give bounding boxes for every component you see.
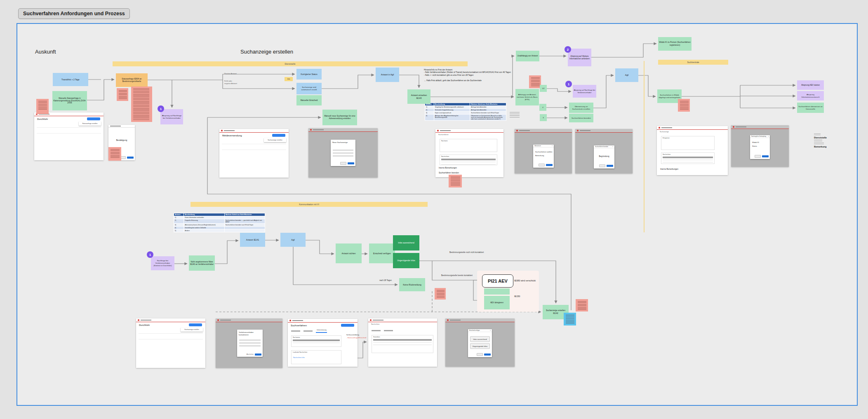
step-number-badge[interactable]: 1 — [147, 251, 153, 258]
sticky-note[interactable]: Suchverfahren beenden — [569, 114, 593, 122]
sticky-note[interactable] — [117, 88, 128, 101]
window-mockup[interactable]: Suchverfahren beenden×Begründung — [575, 129, 633, 173]
sticky-note[interactable]: Antwort einsehen IE143 — [407, 89, 430, 104]
window-mockup[interactable]: Verfahrensinhaber kontaktierenAbschicken — [216, 318, 282, 368]
sticky-note[interactable] — [36, 99, 49, 114]
sticky-note[interactable]: Absprung AEV starten — [797, 80, 824, 90]
text-label[interactable]: Bestimmungsstelle noch nicht kontaktiert — [449, 251, 484, 254]
tab-active[interactable]: Unterstützung — [317, 329, 327, 331]
step-number-badge[interactable]: 1 — [158, 105, 164, 112]
text-label[interactable]: Schlussmeldung — [346, 334, 359, 336]
aev-delegieren-note[interactable]: AEV delegieren — [484, 296, 510, 309]
sticky-note[interactable]: Antwort sichten — [336, 243, 362, 263]
text-label[interactable]: Auskunft — [35, 48, 56, 56]
sticky-note[interactable]: Nicht angekommene Ware IE140 an Verfahre… — [189, 255, 215, 271]
sticky-note[interactable] — [131, 87, 152, 122]
sticky-note[interactable] — [108, 147, 121, 161]
pi21-green-note[interactable] — [484, 288, 510, 295]
section-band[interactable]: Kommunikation mit VI — [191, 202, 428, 207]
sticky-note[interactable] — [449, 175, 462, 187]
whiteboard-canvas[interactable]: Suchverfahren Anfordungen und Prozess — [0, 0, 868, 419]
tab-inactive[interactable] — [303, 330, 313, 332]
cancel-button[interactable] — [539, 164, 545, 167]
nachrichten-info-link[interactable]: Nachrichten Info — [293, 357, 305, 358]
window-mockup[interactable]: DurchfuhrStatusanfrage erstellen — [34, 112, 104, 160]
text-label[interactable]: Bestimmungsstelle bereits kontaktiert — [441, 274, 473, 277]
window-mockup[interactable]: Nachträgliche Verknüpfung×Widok KIStatus — [731, 125, 789, 167]
decision-table[interactable]: AntwortBeschreibungNächster Schritt aus … — [174, 213, 265, 232]
text-label[interactable]: - Statusanfrage/Entscheid — [346, 337, 366, 339]
sticky-note[interactable]: Antwort IE141 — [240, 233, 265, 247]
sticky-note[interactable]: Suchverfahren überweisen an Dienststelle — [797, 103, 824, 113]
primary-button[interactable] — [272, 134, 285, 137]
dialog-mockup[interactable]: Suchverfahren beenden×Begründung — [594, 145, 614, 169]
sticky-note[interactable]: Absprung Informationsaustausch — [797, 91, 824, 101]
window-mockup[interactable]: Entscheid verfügen×Infos ausreichendUnge… — [445, 318, 515, 367]
primary-button[interactable] — [189, 323, 202, 326]
dropdown-menu-item[interactable]: Statusanfrage erstellen — [79, 122, 101, 126]
sticky-note[interactable]: Keine Rückmeldung — [399, 278, 425, 291]
confirm-button[interactable] — [762, 155, 769, 158]
sticky-note[interactable]: Agil — [280, 233, 306, 247]
primary-button[interactable] — [87, 117, 100, 120]
close-icon[interactable]: × — [552, 145, 553, 147]
sticky-note[interactable]: Manueller Entscheid — [296, 95, 322, 105]
confirm-button[interactable] — [607, 165, 613, 167]
window-mockup[interactable]: MeldeversendungSuchanzeige erstellen — [219, 129, 289, 178]
cancel-button[interactable] — [599, 164, 605, 168]
sticky-note[interactable] — [678, 99, 690, 112]
sticky-note[interactable]: Nachfrage bei Verfahrensinhaber (Kontext… — [151, 256, 174, 270]
window-mockup[interactable]: SuchverfahrenNachweisNachrichtenInterne … — [435, 129, 503, 177]
sticky-note[interactable]: Infos ausreichend — [393, 235, 419, 250]
dialog-mockup[interactable]: Entscheid verfügen×Infos ausreichendUnge… — [468, 329, 492, 357]
close-icon[interactable]: × — [612, 146, 613, 147]
window-mockup[interactable]: SuchverfahrenUnterstützungNachweiseLaufe… — [288, 319, 358, 367]
section-band[interactable]: Dienststelle — [113, 61, 468, 66]
sticky-note[interactable] — [435, 288, 446, 300]
window-mockup[interactable]: SuchanzeigeEreignisseNachrichtenInterne … — [657, 126, 728, 175]
text-label[interactable]: IE083 wird verschickt — [514, 279, 536, 282]
sticky-note[interactable]: Abhängig von Antwort, nächsten Schritt a… — [515, 89, 539, 105]
sticky-note[interactable]: Suchanzeige wird automatisch erstellt — [296, 83, 322, 94]
sticky-note[interactable] — [529, 75, 541, 88]
tab-inactive[interactable] — [291, 330, 300, 332]
sticky-note[interactable]: Antwort in Agil — [376, 68, 399, 82]
sticky-note[interactable] — [576, 299, 588, 311]
text-label[interactable]: nach 28 Tagen — [379, 279, 392, 282]
sticky-note[interactable]: Agil — [615, 68, 638, 82]
confirm-button[interactable] — [484, 353, 491, 356]
dialog-mockup[interactable]: Neue Suchanzeige — [331, 140, 355, 166]
close-icon[interactable]: × — [768, 136, 769, 137]
cancel-button[interactable] — [755, 155, 761, 158]
dialog-mockup[interactable]: Nachträgliche Verknüpfung×Widok KIStatus — [750, 135, 770, 159]
step-number-badge[interactable]: 2 — [565, 46, 571, 53]
sticky-note[interactable]: Unabhängig von Antwort — [516, 51, 539, 61]
primary-button[interactable] — [341, 324, 354, 327]
confirm-button[interactable] — [348, 162, 354, 165]
dropdown-menu-item[interactable]: Suchanzeige erstellen — [264, 138, 286, 142]
sticky-note[interactable]: Statusanfrage IE904 an Bestimmungszollst… — [116, 73, 148, 87]
dialog-mockup[interactable]: Überweisen×Suchverfahren wählenBemerkung — [533, 145, 554, 168]
sticky-note[interactable]: Überweisung an Suchzentrale erstellen — [569, 103, 593, 113]
sticky-note[interactable]: Transitfrist + 2 Tage — [53, 73, 88, 86]
dialog-option-button[interactable]: Infos ausreichend — [470, 336, 490, 342]
text-label[interactable]: Suchanzeige erstellen — [240, 48, 293, 56]
sticky-note[interactable]: Info — [285, 77, 293, 81]
cancel-button[interactable] — [477, 353, 483, 356]
sticky-note[interactable]: Widok KI zu Person (Suchverfahren regist… — [658, 37, 692, 51]
window-mockup[interactable]: NachrichtenStatistiken — [368, 318, 437, 367]
sticky-note[interactable]: Manuell neue Suchanzeige für eine Adress… — [322, 110, 357, 125]
sticky-note[interactable]: Absprung auf Nachfrage bei Verfahrensinh… — [573, 85, 596, 98]
dropdown-menu-item[interactable]: Suchanzeige erstellen — [181, 328, 203, 332]
sticky-note[interactable]: Entscheid verfügen — [369, 243, 395, 263]
sticky-note[interactable]: Ungenügende Infos — [393, 253, 419, 268]
pi21-aev-panel[interactable]: PI21 AEV AEV delegieren — [477, 271, 539, 312]
text-label[interactable]: Fehlt oder negative Antwort — [224, 80, 237, 84]
window-mockup[interactable]: Überweisen×Suchverfahren wählenBemerkung — [515, 129, 572, 173]
sticky-note[interactable]: Absprung auf Nachfrage bei Verfahrensinh… — [160, 109, 183, 124]
tab-inactive[interactable] — [372, 330, 381, 331]
text-label[interactable]: Hinweis/Info zu Frist der Antwort: - Fal… — [424, 69, 514, 82]
window-mockup[interactable]: Neue Suchanzeige — [308, 128, 378, 178]
sticky-note[interactable]: 4 — [539, 104, 546, 111]
dialog-mockup[interactable]: Verfahrensinhaber kontaktierenAbschicken — [237, 330, 263, 357]
